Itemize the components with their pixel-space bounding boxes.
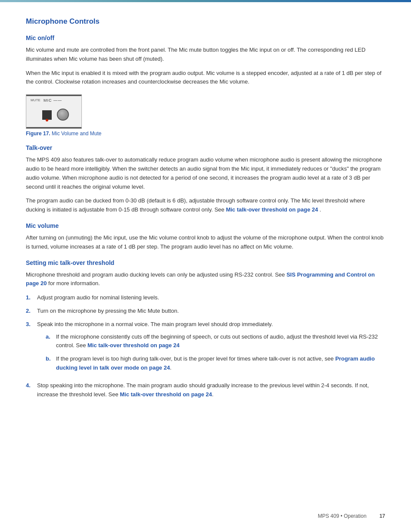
steps-list: 1. Adjust program audio for nominal list… — [26, 293, 385, 399]
figure-17-inner — [34, 103, 74, 121]
talkover-para2: The program audio can be ducked from 0-3… — [26, 196, 385, 215]
mic-volume-knob-icon — [57, 109, 69, 121]
figure-17-caption-bold: Figure 17. — [26, 131, 50, 137]
substep-a-letter: a. — [46, 333, 53, 351]
mic-volume-para1: After turning on (unmuting) the Mic inpu… — [26, 233, 385, 252]
substep-b: b. If the program level is too high duri… — [46, 355, 385, 373]
substep-a: a. If the microphone consistently cuts o… — [46, 333, 385, 351]
talkover-para1: The MPS 409 also features talk-over to a… — [26, 156, 385, 191]
step-2-num: 2. — [26, 307, 34, 316]
substep-a-link[interactable]: Mic talk-over threshold on page 24 — [87, 342, 180, 348]
talkover-link1[interactable]: Mic talk-over threshold on page 24 — [226, 206, 318, 213]
mic-onoff-para1: Mic volume and mute are controlled from … — [26, 46, 385, 64]
step-1: 1. Adjust program audio for nominal list… — [26, 293, 385, 302]
subsection-title-mic-volume: Mic volume — [26, 222, 385, 229]
substep-a-text: If the microphone consistently cuts off … — [56, 333, 385, 351]
step-4-text: Stop speaking into the microphone. The m… — [37, 381, 385, 399]
step-2: 2. Turn on the microphone by pressing th… — [26, 307, 385, 316]
step-3-num: 3. — [26, 320, 34, 377]
figure-17-caption: Figure 17. Mic Volume and Mute — [26, 131, 385, 137]
mic-label: MIC —— — [44, 98, 62, 103]
step-3-content: Speak into the microphone in a normal vo… — [37, 320, 385, 377]
substep-b-link[interactable]: Program audio ducking level in talk over… — [56, 355, 375, 371]
setting-talkover-intro: Microphone threshold and program audio d… — [26, 271, 385, 289]
subsection-talkover: Talk-over The MPS 409 also features talk… — [26, 144, 385, 215]
figure-17-container: MUTE MIC —— Figure 17. Mic Volume and Mu… — [26, 94, 385, 137]
mute-button-icon — [42, 110, 52, 120]
sis-programming-link[interactable]: SIS Programming and Control on page 20 — [26, 271, 375, 287]
subsection-mic-volume: Mic volume After turning on (unmuting) t… — [26, 222, 385, 252]
sub-steps-list: a. If the microphone consistently cuts o… — [37, 333, 385, 373]
subsection-setting-talkover: Setting mic talk-over threshold Micropho… — [26, 259, 385, 399]
page-footer: MPS 409 • Operation 17 — [318, 513, 385, 519]
step-4-link[interactable]: Mic talk-over threshold on page 24 — [120, 391, 212, 398]
mute-led — [46, 119, 48, 121]
figure-17-image: MUTE MIC —— — [26, 94, 82, 129]
step-1-text: Adjust program audio for nominal listeni… — [37, 293, 159, 302]
mute-label: MUTE — [31, 98, 40, 102]
substep-b-text: If the program level is too high during … — [56, 355, 385, 373]
subsection-title-mic-onoff: Mic on/off — [26, 34, 385, 41]
footer-page-number: 17 — [380, 513, 385, 519]
mic-onoff-para2: When the Mic input is enabled it is mixe… — [26, 69, 385, 87]
subsection-title-talkover: Talk-over — [26, 144, 385, 151]
footer-product: MPS 409 • Operation — [318, 513, 367, 519]
step-4-num: 4. — [26, 381, 34, 399]
step-3: 3. Speak into the microphone in a normal… — [26, 320, 385, 377]
step-2-text: Turn on the microphone by pressing the M… — [37, 307, 179, 316]
step-4: 4. Stop speaking into the microphone. Th… — [26, 381, 385, 399]
substep-b-letter: b. — [46, 355, 53, 373]
subsection-mic-onoff: Mic on/off Mic volume and mute are contr… — [26, 34, 385, 137]
top-bar — [0, 0, 411, 2]
subsection-title-setting-talkover: Setting mic talk-over threshold — [26, 259, 385, 266]
section-title: Microphone Controls — [26, 17, 385, 26]
step-1-num: 1. — [26, 293, 34, 302]
